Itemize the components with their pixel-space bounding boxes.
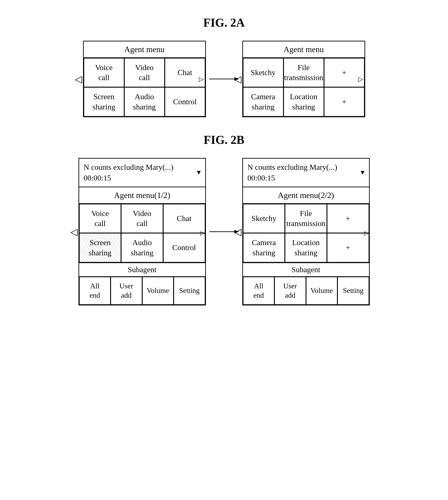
fig2b-control[interactable]: Control: [163, 233, 205, 262]
fig2b-right-header: N counts excluding Mary(...) 00:00:15 ▼: [243, 159, 369, 187]
figure-2b: ◁ N counts excluding Mary(...) 00:00:15 …: [14, 158, 434, 306]
fig2b-file-transmission[interactable]: Filetransmission: [285, 204, 327, 233]
fig2b-right-box: ◁ N counts excluding Mary(...) 00:00:15 …: [242, 158, 370, 306]
figure-2a-title: FIG. 2A: [14, 16, 434, 29]
fig2b-left-subagent-grid: Allend Useradd Volume Setting: [79, 277, 205, 305]
fig2b-right-grid-right-icon: ▷: [364, 230, 368, 237]
fig2b-left-agent-grid: Voicecall Videocall Chat Screensharing A…: [79, 204, 205, 262]
fig2a-camera-sharing[interactable]: Camerasharing: [243, 87, 284, 116]
fig2b-left-subagent: Subagent Allend Useradd Volume Setting: [79, 262, 205, 305]
fig2b-left-grid-right-icon: ▷: [200, 230, 205, 237]
fig2b-volume[interactable]: Volume: [142, 277, 174, 305]
fig2b-right-subagent-grid: Allend Useradd Volume Setting: [243, 277, 369, 305]
fig2a-left-scroll-icon[interactable]: ◁: [75, 73, 82, 84]
fig2b-right-dropdown-icon[interactable]: ▼: [359, 168, 366, 177]
fig2b-screen-sharing[interactable]: Screensharing: [79, 233, 121, 262]
fig2b-right-setting[interactable]: Setting: [337, 277, 369, 305]
fig2a-left-grid: Voicecall Videocall Chat Screensharing A…: [84, 58, 205, 116]
fig2b-right-scroll-icon[interactable]: ◁: [234, 226, 241, 237]
fig2b-left-scroll-icon[interactable]: ◁: [70, 226, 78, 237]
fig2b-camera-sharing[interactable]: Camerasharing: [243, 233, 285, 262]
fig2b-location-sharing[interactable]: Locationsharing: [285, 233, 327, 262]
fig2b-left-header-line2: 00:00:15: [84, 174, 111, 182]
fig2a-right-header: Agent menu: [243, 41, 365, 58]
fig2b-left-agent-header: Agent menu(1/2): [79, 187, 205, 204]
fig2a-right-right-arrow-icon: ▷: [358, 75, 363, 83]
fig2a-screen-sharing[interactable]: Screensharing: [84, 87, 124, 116]
fig2a-control[interactable]: Control: [165, 87, 205, 116]
fig2b-right-subagent: Subagent Allend Useradd Volume Setting: [243, 262, 369, 305]
fig2b-left-header: N counts excluding Mary(...) 00:00:15 ▼: [79, 159, 205, 187]
fig2a-file-transmission[interactable]: Filetransmission: [284, 58, 324, 87]
figure-2b-title: FIG. 2B: [14, 133, 434, 146]
fig2b-left-subagent-header: Subagent: [79, 263, 205, 277]
fig2a-left-right-arrow-icon: ▷: [199, 75, 204, 83]
fig2a-sketchy[interactable]: Sketchy: [243, 58, 284, 87]
fig2a-left-box: ◁ Agent menu Voicecall Videocall Chat Sc…: [83, 41, 206, 117]
figure-2a: ◁ Agent menu Voicecall Videocall Chat Sc…: [14, 41, 434, 117]
fig2a-plus-2[interactable]: +: [324, 87, 365, 116]
fig2a-audio-sharing[interactable]: Audiosharing: [124, 87, 165, 116]
fig2b-user-add[interactable]: Useradd: [111, 277, 142, 305]
fig2a-voice-call[interactable]: Voicecall: [84, 58, 124, 87]
fig2b-left-dropdown-icon[interactable]: ▼: [196, 168, 202, 177]
fig2b-right-header-line1: N counts excluding Mary(...): [248, 163, 337, 171]
fig2a-left-header: Agent menu: [84, 41, 205, 58]
fig2b-sketchy[interactable]: Sketchy: [243, 204, 285, 233]
fig2b-voice-call[interactable]: Voicecall: [79, 204, 121, 233]
fig2a-video-call[interactable]: Videocall: [124, 58, 165, 87]
fig2b-right-agent-header: Agent menu(2/2): [243, 187, 369, 204]
fig2b-plus-2[interactable]: +: [327, 233, 369, 262]
fig2b-right-all-end[interactable]: Allend: [243, 277, 275, 305]
fig2b-left-box: ◁ N counts excluding Mary(...) 00:00:15 …: [79, 158, 206, 306]
fig2a-chat[interactable]: Chat: [165, 58, 205, 87]
fig2a-right-scroll-icon[interactable]: ◁: [234, 73, 241, 84]
fig2b-right-agent-grid: Sketchy Filetransmission + Camerasharing…: [243, 204, 369, 262]
fig2b-plus-1[interactable]: +: [327, 204, 369, 233]
fig2b-right-subagent-header: Subagent: [243, 263, 369, 277]
fig2a-plus-1[interactable]: +: [324, 58, 365, 87]
fig2b-left-header-line1: N counts excluding Mary(...): [84, 163, 174, 171]
fig2a-right-box: ◁ Agent menu Sketchy Filetransmission + …: [242, 41, 365, 117]
fig2a-right-grid: Sketchy Filetransmission + Camerasharing…: [243, 58, 365, 116]
fig2b-right-volume[interactable]: Volume: [306, 277, 338, 305]
fig2b-all-end[interactable]: Allend: [79, 277, 111, 305]
fig2b-chat[interactable]: Chat: [163, 204, 205, 233]
fig2a-location-sharing[interactable]: Locationsharing: [284, 87, 324, 116]
fig2b-video-call[interactable]: Videocall: [121, 204, 163, 233]
fig2b-audio-sharing[interactable]: Audiosharing: [121, 233, 163, 262]
fig2b-setting[interactable]: Setting: [174, 277, 205, 305]
fig2b-right-header-line2: 00:00:15: [248, 174, 275, 182]
fig2b-right-user-add[interactable]: Useradd: [274, 277, 306, 305]
